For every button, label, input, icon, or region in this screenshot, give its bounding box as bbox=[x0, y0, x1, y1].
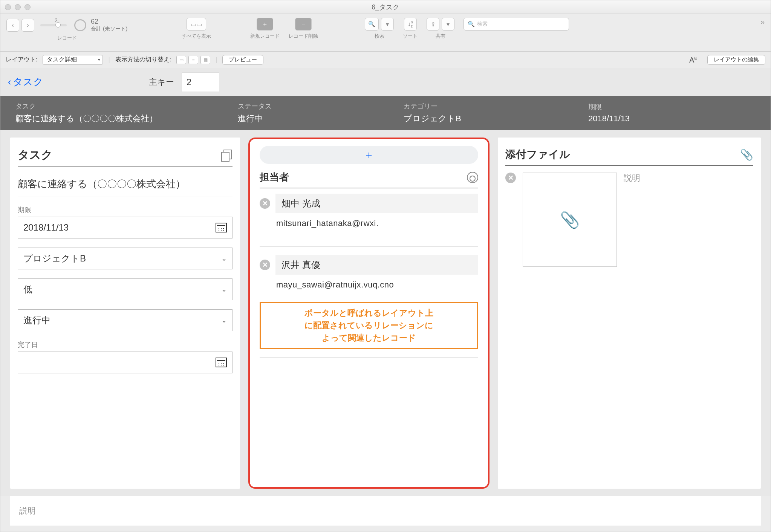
stack-icon: ▭▭ bbox=[191, 21, 202, 28]
show-all-label: すべてを表示 bbox=[182, 33, 211, 40]
share-icon: ⇪ bbox=[431, 21, 436, 28]
task-name-field[interactable]: 顧客に連絡する（〇〇〇〇株式会社） bbox=[18, 174, 233, 197]
task-panel: タスク 顧客に連絡する（〇〇〇〇株式会社） 期限 2018/11/13 プロジェ… bbox=[10, 138, 240, 489]
assignee-portal-panel: ＋ 担当者 ✕ 畑中 光成 mitsunari_hatanaka@rwxi. ✕ bbox=[248, 138, 490, 489]
paperclip-icon[interactable]: 📎 bbox=[740, 148, 753, 161]
layout-label: レイアウト: bbox=[6, 56, 37, 64]
toolbar-search-input[interactable]: 🔍 検索 bbox=[464, 18, 569, 31]
main-toolbar: ‹ › 2 62 合計 (未ソート) レコード ▭▭ bbox=[0, 14, 771, 52]
search-field-icon: 🔍 bbox=[468, 21, 475, 28]
back-link-label: タスク bbox=[13, 75, 43, 89]
subheader-bar: ‹ タスク 主キー 2 bbox=[0, 68, 771, 96]
calendar-icon[interactable] bbox=[216, 223, 227, 232]
assignee-email: mayu_sawai@ratnuijx.vuq.cno bbox=[276, 280, 478, 290]
share-label: 共有 bbox=[436, 33, 445, 40]
assignee-name-value: 畑中 光成 bbox=[281, 197, 320, 209]
view-toggle-label: 表示方法の切り替え: bbox=[115, 56, 171, 64]
remove-assignee-button[interactable]: ✕ bbox=[260, 260, 270, 270]
due-date-field[interactable]: 2018/11/13 bbox=[18, 217, 233, 238]
person-icon[interactable] bbox=[467, 172, 478, 183]
record-total-label: 合計 (未ソート) bbox=[91, 26, 127, 32]
assignee-name-field[interactable]: 畑中 光成 bbox=[275, 194, 478, 213]
search-menu-button[interactable]: ▾ bbox=[381, 18, 394, 31]
plus-icon: ＋ bbox=[364, 148, 374, 162]
assignee-row: ✕ 沢井 真優 mayu_sawai@ratnuijx.vuq.cno bbox=[260, 255, 478, 290]
description-field[interactable]: 説明 bbox=[10, 496, 761, 526]
status-select[interactable]: 進行中 ⌄ bbox=[18, 309, 233, 331]
completion-date-field[interactable] bbox=[18, 352, 233, 373]
text-format-button[interactable]: Aa bbox=[689, 55, 697, 64]
completion-date-label: 完了日 bbox=[18, 340, 233, 349]
chevron-left-icon: ‹ bbox=[8, 76, 11, 88]
calendar-icon[interactable] bbox=[216, 358, 227, 367]
prev-record-button[interactable]: ‹ bbox=[6, 19, 19, 32]
divider bbox=[260, 246, 478, 247]
category-select[interactable]: プロジェクトB ⌄ bbox=[18, 248, 233, 269]
annotation-line: に配置されているリレーションに bbox=[266, 319, 472, 332]
delete-record-label: レコード削除 bbox=[289, 33, 318, 40]
primary-key-field[interactable]: 2 bbox=[182, 72, 219, 92]
search-button[interactable]: 🔍 bbox=[365, 18, 379, 31]
layout-select[interactable]: タスク詳細 bbox=[43, 55, 103, 65]
status-value: 進行中 bbox=[23, 314, 50, 326]
task-panel-heading: タスク bbox=[18, 147, 53, 163]
preview-button[interactable]: プレビュー bbox=[222, 55, 263, 65]
chevron-down-icon: ⌄ bbox=[221, 285, 227, 294]
edit-layout-label: レイアウトの編集 bbox=[714, 56, 759, 63]
remove-attachment-button[interactable]: ✕ bbox=[505, 173, 516, 183]
share-menu-button[interactable]: ▾ bbox=[442, 18, 454, 31]
edit-layout-button[interactable]: レイアウトの編集 bbox=[707, 55, 765, 65]
divider bbox=[260, 357, 478, 358]
summary-due-label: 期限 bbox=[588, 102, 756, 112]
share-button[interactable]: ⇪ bbox=[427, 18, 439, 31]
window-title: 6_タスク bbox=[0, 3, 771, 12]
annotation-line: ポータルと呼ばれるレイアウト上 bbox=[266, 307, 472, 319]
duplicate-icon[interactable] bbox=[221, 150, 233, 161]
next-record-button[interactable]: › bbox=[21, 19, 34, 32]
priority-value: 低 bbox=[23, 283, 32, 295]
description-label: 説明 bbox=[19, 505, 36, 517]
add-assignee-button[interactable]: ＋ bbox=[260, 146, 478, 164]
assignee-email: mitsunari_hatanaka@rwxi. bbox=[276, 219, 478, 228]
record-slider[interactable] bbox=[40, 24, 67, 26]
record-total-count: 62 bbox=[91, 18, 127, 26]
toolbar-overflow-button[interactable]: » bbox=[760, 18, 765, 26]
view-list-button[interactable]: ≡ bbox=[188, 56, 198, 64]
attachment-desc-label: 説明 bbox=[624, 173, 640, 184]
assignee-row: ✕ 畑中 光成 mitsunari_hatanaka@rwxi. bbox=[260, 194, 478, 228]
remove-assignee-button[interactable]: ✕ bbox=[260, 198, 270, 209]
delete-record-button[interactable]: − bbox=[295, 18, 312, 31]
annotation-line: よって関連したレコード bbox=[266, 332, 472, 344]
summary-due-value: 2018/11/13 bbox=[588, 114, 756, 124]
sort-button[interactable]: ↓az bbox=[404, 18, 417, 31]
view-form-button[interactable]: ▭ bbox=[176, 56, 186, 64]
sort-label: ソート bbox=[403, 33, 418, 40]
new-record-button[interactable]: ＋ bbox=[257, 18, 273, 31]
assignee-name-field[interactable]: 沢井 真優 bbox=[275, 255, 478, 275]
summary-task-label: タスク bbox=[15, 102, 238, 111]
due-date-value: 2018/11/13 bbox=[23, 222, 69, 233]
summary-category-value: プロジェクトB bbox=[404, 113, 588, 124]
attachment-panel: 添付ファイル 📎 ✕ 📎 説明 bbox=[498, 138, 761, 489]
search-group-label: 検索 bbox=[375, 33, 384, 40]
chevron-down-icon: ⌄ bbox=[221, 316, 227, 324]
assignee-heading: 担当者 bbox=[260, 171, 289, 184]
back-to-tasks-link[interactable]: ‹ タスク bbox=[8, 75, 43, 89]
show-all-button[interactable]: ▭▭ bbox=[187, 18, 206, 31]
attachment-heading: 添付ファイル bbox=[505, 147, 570, 162]
attachment-dropzone[interactable]: 📎 bbox=[523, 173, 617, 267]
search-placeholder: 検索 bbox=[477, 21, 488, 28]
portal-annotation: ポータルと呼ばれるレイアウト上 に配置されているリレーションに よって関連したレ… bbox=[260, 302, 478, 349]
summary-category-label: カテゴリー bbox=[404, 102, 588, 111]
layout-bar: レイアウト: タスク詳細 | 表示方法の切り替え: ▭ ≡ ▦ | プレビュー … bbox=[0, 52, 771, 68]
paperclip-icon: 📎 bbox=[560, 211, 580, 229]
main-content: タスク 顧客に連絡する（〇〇〇〇株式会社） 期限 2018/11/13 プロジェ… bbox=[0, 130, 771, 496]
summary-task-value: 顧客に連絡する（〇〇〇〇株式会社） bbox=[15, 113, 238, 124]
summary-status-label: ステータス bbox=[238, 102, 404, 111]
view-table-button[interactable]: ▦ bbox=[200, 56, 210, 64]
chevron-down-icon: ⌄ bbox=[221, 254, 227, 263]
priority-select[interactable]: 低 ⌄ bbox=[18, 278, 233, 300]
primary-key-label: 主キー bbox=[149, 76, 174, 88]
records-group-label: レコード bbox=[57, 35, 77, 41]
summary-status-value: 進行中 bbox=[238, 113, 404, 124]
